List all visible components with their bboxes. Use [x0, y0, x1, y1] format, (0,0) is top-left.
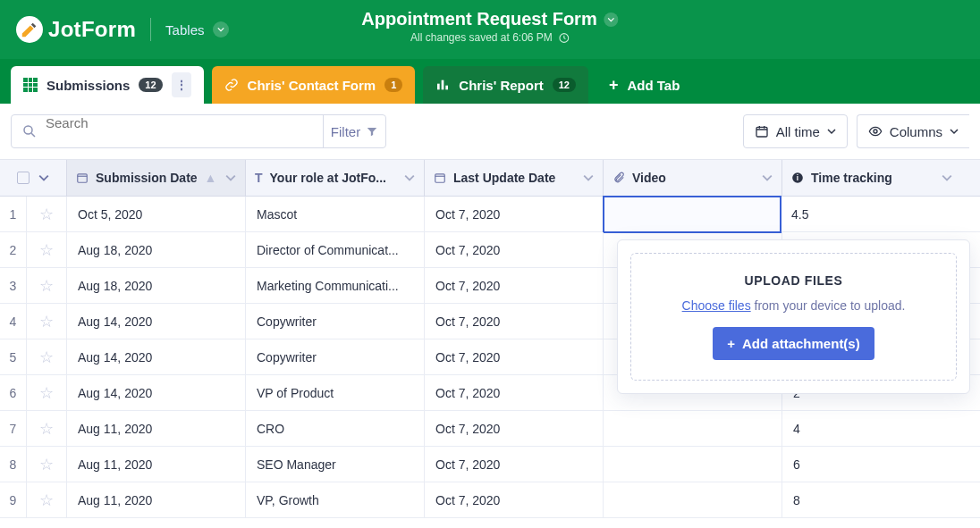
cell-submission-date[interactable]: Aug 14, 2020 — [67, 375, 246, 410]
cell-submission-date[interactable]: Aug 14, 2020 — [67, 304, 246, 339]
svg-rect-1 — [437, 84, 440, 90]
cell-last-update[interactable]: Oct 7, 2020 — [425, 304, 604, 339]
cell-submission-date[interactable]: Aug 14, 2020 — [67, 339, 246, 374]
cell-last-update[interactable]: Oct 7, 2020 — [425, 339, 604, 374]
tab-submissions[interactable]: Submissions 12 ⋮ — [11, 66, 204, 104]
cell-last-update[interactable]: Oct 7, 2020 — [425, 232, 604, 267]
eye-icon — [868, 124, 883, 138]
tab-contact-form[interactable]: Chris' Contact Form 1 — [212, 66, 416, 104]
table-row[interactable]: 7☆Aug 11, 2020CROOct 7, 20204 — [0, 411, 980, 447]
chevron-down-icon[interactable] — [38, 172, 49, 183]
cell-time-tracking[interactable]: 4 — [782, 411, 961, 446]
chevron-down-icon[interactable] — [404, 172, 415, 183]
star-button[interactable]: ☆ — [27, 447, 67, 482]
choose-files-link[interactable]: Choose files — [682, 298, 751, 313]
star-button[interactable]: ☆ — [27, 232, 67, 267]
col-video[interactable]: Video — [604, 160, 782, 196]
cell-time-tracking[interactable]: 4.5 — [781, 197, 959, 231]
cell-last-update[interactable]: Oct 7, 2020 — [425, 268, 604, 303]
cell-submission-date[interactable]: Aug 11, 2020 — [67, 447, 246, 482]
cell-last-update[interactable]: Oct 7, 2020 — [425, 197, 604, 231]
star-button[interactable]: ☆ — [27, 411, 67, 446]
table-row[interactable]: 8☆Aug 11, 2020SEO ManagerOct 7, 20206 — [0, 447, 980, 482]
cell-video[interactable] — [604, 447, 782, 482]
header-row: Submission Date ▲ T Your role at JotFo..… — [0, 160, 980, 197]
cell-submission-date[interactable]: Aug 11, 2020 — [67, 482, 246, 517]
cell-role[interactable]: Copywriter — [246, 304, 425, 339]
divider — [150, 18, 151, 41]
star-button[interactable]: ☆ — [27, 304, 67, 339]
row-index: 8 — [0, 447, 27, 482]
link-icon — [224, 78, 239, 92]
plus-icon: + — [609, 76, 619, 95]
cell-role[interactable]: Marketing Communicati... — [246, 268, 425, 303]
chevron-down-icon[interactable] — [942, 172, 952, 183]
history-icon[interactable] — [558, 32, 570, 44]
star-button[interactable]: ☆ — [27, 197, 67, 231]
product-picker[interactable]: Tables — [165, 21, 229, 38]
calendar-icon — [755, 124, 769, 138]
form-title[interactable]: Appointment Request Form — [361, 9, 618, 29]
cell-role[interactable]: VP of Product — [246, 375, 425, 410]
add-attachment-button[interactable]: + Add attachment(s) — [713, 327, 874, 360]
row-index: 3 — [0, 268, 27, 303]
row-index: 1 — [0, 197, 27, 231]
filter-button[interactable]: Filter — [323, 115, 385, 147]
cell-last-update[interactable]: Oct 7, 2020 — [425, 375, 604, 410]
col-submission-date[interactable]: Submission Date ▲ — [67, 160, 246, 196]
cell-role[interactable]: SEO Manager — [246, 447, 425, 482]
search-wrap: Filter — [11, 114, 386, 148]
star-button[interactable]: ☆ — [27, 482, 67, 517]
svg-point-4 — [24, 126, 32, 134]
select-all-header[interactable] — [0, 160, 67, 196]
cell-video[interactable] — [603, 196, 781, 233]
upload-title: UPLOAD FILES — [640, 273, 947, 288]
cell-submission-date[interactable]: Oct 5, 2020 — [67, 197, 246, 231]
cell-video[interactable] — [604, 482, 782, 517]
cell-role[interactable]: Director of Communicat... — [246, 232, 425, 267]
count-badge: 12 — [553, 78, 576, 92]
row-index: 7 — [0, 411, 27, 446]
cell-last-update[interactable]: Oct 7, 2020 — [425, 447, 604, 482]
col-role[interactable]: T Your role at JotFo... — [246, 160, 425, 196]
date-range-button[interactable]: All time — [743, 114, 848, 148]
star-button[interactable]: ☆ — [27, 339, 67, 374]
cell-submission-date[interactable]: Aug 18, 2020 — [67, 232, 246, 267]
grid-icon — [23, 78, 38, 92]
columns-button[interactable]: Columns — [857, 114, 969, 148]
chevron-down-icon[interactable] — [225, 172, 236, 183]
cell-time-tracking[interactable]: 8 — [782, 482, 961, 517]
table-row[interactable]: 1☆Oct 5, 2020MascotOct 7, 20204.5 — [0, 197, 980, 232]
brand-logo[interactable]: JotForm — [16, 16, 136, 43]
cell-role[interactable]: CRO — [246, 411, 425, 446]
star-button[interactable]: ☆ — [27, 375, 67, 410]
cell-role[interactable]: Mascot — [246, 197, 425, 231]
search-input[interactable] — [12, 115, 224, 130]
cell-role[interactable]: Copywriter — [246, 339, 425, 374]
col-time-tracking[interactable]: i Time tracking — [782, 160, 961, 196]
add-tab-button[interactable]: + Add Tab — [596, 66, 692, 104]
svg-rect-5 — [756, 127, 767, 137]
cell-time-tracking[interactable]: 6 — [782, 447, 961, 482]
cell-role[interactable]: VP, Growth — [246, 482, 425, 517]
save-status: All changes saved at 6:06 PM — [361, 31, 618, 44]
checkbox-icon[interactable] — [17, 172, 30, 184]
tab-report[interactable]: Chris' Report 12 — [423, 66, 588, 104]
upload-dropzone[interactable]: UPLOAD FILES Choose files from your devi… — [630, 253, 957, 381]
cell-submission-date[interactable]: Aug 18, 2020 — [67, 268, 246, 303]
cell-last-update[interactable]: Oct 7, 2020 — [425, 482, 604, 517]
calendar-icon — [434, 172, 446, 184]
row-index: 2 — [0, 232, 27, 267]
star-button[interactable]: ☆ — [27, 268, 67, 303]
svg-text:i: i — [797, 174, 798, 182]
table-row[interactable]: 9☆Aug 11, 2020VP, GrowthOct 7, 20208 — [0, 482, 980, 518]
cell-submission-date[interactable]: Aug 11, 2020 — [67, 411, 246, 446]
chevron-down-icon[interactable] — [583, 172, 594, 183]
chevron-down-icon[interactable] — [762, 172, 773, 183]
brand-name: JotForm — [48, 17, 136, 42]
cell-video[interactable] — [604, 411, 782, 446]
col-last-update[interactable]: Last Update Date — [425, 160, 604, 196]
sort-asc-icon: ▲ — [205, 171, 217, 185]
cell-last-update[interactable]: Oct 7, 2020 — [425, 411, 604, 446]
tab-menu-button[interactable]: ⋮ — [172, 72, 191, 97]
